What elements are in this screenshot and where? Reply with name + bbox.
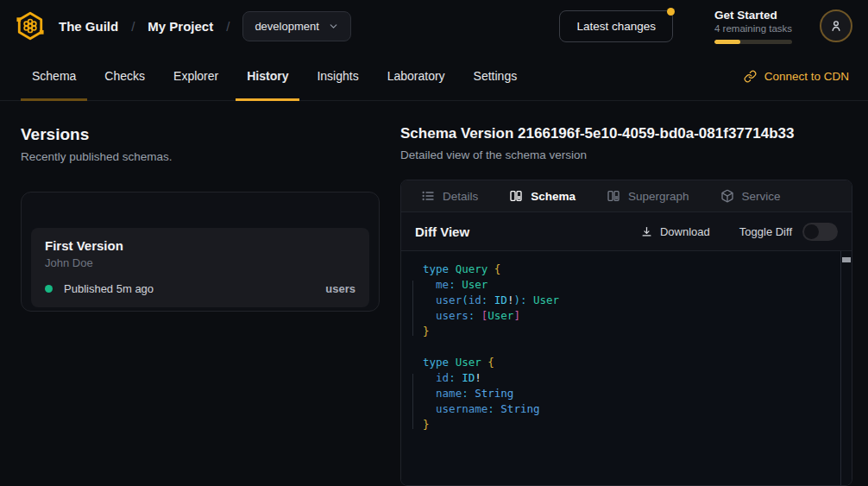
nav-tab-explorer[interactable]: Explorer	[162, 52, 230, 100]
version-title: First Version	[45, 238, 355, 253]
target-selector[interactable]: development	[242, 11, 350, 41]
diff-view-title: Diff View	[415, 224, 469, 239]
versions-panel: Versions Recently published schemas. Fir…	[21, 125, 380, 486]
code-content: type Query { me: User user(id: ID!): Use…	[423, 262, 840, 432]
nav-tab-label: Schema	[32, 69, 76, 83]
detail-tab-schema[interactable]: Schema	[509, 189, 576, 203]
version-service-badge: users	[325, 282, 355, 295]
user-avatar[interactable]	[820, 9, 852, 42]
version-detail-subtitle: Detailed view of the schema version	[400, 148, 852, 161]
nav-tab-insights[interactable]: Insights	[305, 52, 369, 100]
indent-guide	[412, 281, 413, 336]
version-list-item[interactable]: First Version John Doe Published 5m ago …	[31, 228, 369, 307]
download-button[interactable]: Download	[640, 225, 710, 238]
list-icon	[421, 189, 435, 203]
download-label: Download	[660, 225, 710, 238]
link-icon	[744, 70, 757, 83]
nav-tab-label: Insights	[317, 69, 358, 83]
hive-logo-icon[interactable]	[14, 9, 47, 42]
connect-cdn-label: Connect to CDN	[764, 70, 849, 83]
breadcrumb-project[interactable]: My Project	[148, 19, 213, 34]
breadcrumb-separator: /	[131, 19, 135, 34]
breadcrumb-separator: /	[226, 19, 230, 34]
toggle-knob	[804, 224, 819, 239]
version-detail-card: Details Schema	[400, 180, 852, 486]
person-icon	[828, 18, 844, 34]
nav-tab-label: Checks	[104, 69, 145, 83]
get-started-title: Get Started	[714, 9, 794, 22]
nav-tab-checks[interactable]: Checks	[93, 52, 156, 100]
indent-guide	[412, 374, 413, 429]
toggle-diff-label: Toggle Diff	[739, 225, 792, 238]
connect-cdn-link[interactable]: Connect to CDN	[744, 70, 849, 83]
version-status: Published 5m ago	[64, 282, 154, 295]
columns-icon	[607, 189, 620, 203]
get-started-progress-track	[714, 40, 792, 44]
detail-tab-label: Schema	[531, 190, 576, 203]
breadcrumb-org[interactable]: The Guild	[59, 19, 118, 34]
nav-tab-settings[interactable]: Settings	[462, 52, 529, 100]
version-detail-title: Schema Version 2166196f-5e10-4059-bd0a-0…	[400, 125, 852, 142]
nav-tab-label: Laboratory	[387, 69, 445, 83]
nav-tab-schema[interactable]: Schema	[21, 52, 87, 100]
nav-tab-history[interactable]: History	[236, 52, 299, 100]
detail-tab-label: Supergraph	[628, 190, 689, 203]
schema-code-viewer[interactable]: type Query { me: User user(id: ID!): Use…	[401, 251, 852, 485]
versions-list-card: First Version John Doe Published 5m ago …	[21, 192, 380, 312]
nav-tab-label: History	[247, 69, 288, 83]
latest-changes-button[interactable]: Latest changes	[559, 10, 673, 42]
version-status-row: Published 5m ago users	[45, 282, 355, 295]
detail-tab-supergraph[interactable]: Supergraph	[607, 189, 689, 203]
nav-tab-laboratory[interactable]: Laboratory	[376, 52, 456, 100]
nav-tab-label: Explorer	[173, 69, 218, 83]
code-scrollbar[interactable]	[840, 251, 852, 485]
versions-subtitle: Recently published schemas.	[21, 150, 380, 163]
columns-icon	[509, 189, 523, 203]
detail-tab-label: Service	[742, 190, 781, 203]
published-status-dot	[45, 285, 53, 293]
cube-icon	[720, 189, 734, 203]
top-header: The Guild / My Project / development Lat…	[0, 0, 868, 52]
notification-dot	[667, 8, 675, 16]
detail-tab-service[interactable]: Service	[720, 189, 781, 203]
download-icon	[640, 225, 653, 238]
get-started-progress-fill	[714, 40, 740, 44]
toggle-diff-switch[interactable]	[802, 223, 838, 241]
detail-tab-label: Details	[443, 190, 478, 203]
code-scrollbar-thumb[interactable]	[842, 257, 851, 262]
latest-changes-label: Latest changes	[576, 20, 656, 33]
detail-tabbar: Details Schema	[401, 180, 852, 212]
versions-title: Versions	[21, 125, 380, 144]
get-started-widget[interactable]: Get Started 4 remaining tasks	[714, 9, 794, 44]
get-started-subtitle: 4 remaining tasks	[714, 23, 794, 34]
main-content: Versions Recently published schemas. Fir…	[0, 101, 868, 486]
nav-tab-label: Settings	[474, 69, 518, 83]
version-detail-panel: Schema Version 2166196f-5e10-4059-bd0a-0…	[400, 125, 852, 486]
detail-tab-details[interactable]: Details	[421, 189, 478, 203]
target-selector-value: development	[255, 20, 318, 33]
diff-view-header: Diff View Download Toggle Diff	[401, 212, 852, 251]
chevron-down-icon	[328, 21, 339, 32]
version-author: John Doe	[45, 256, 355, 269]
main-nav: Schema Checks Explorer History Insights …	[0, 52, 868, 101]
